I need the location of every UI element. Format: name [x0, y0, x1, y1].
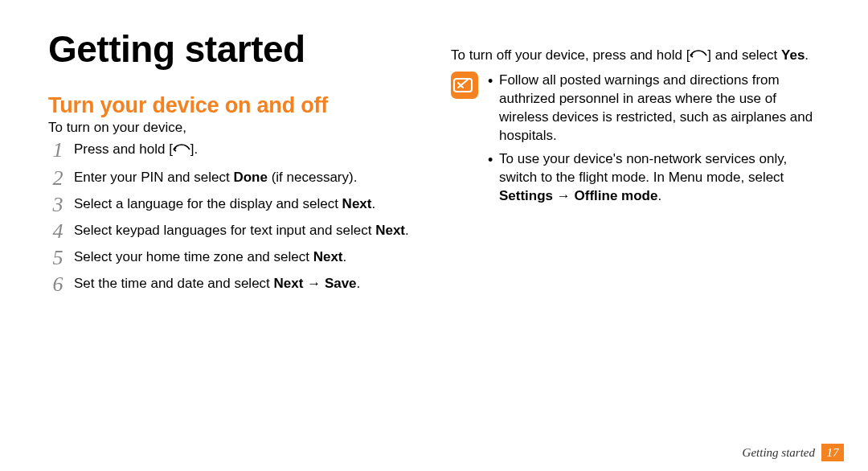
turn-off-text: To turn off your device, press and hold …: [451, 47, 826, 67]
note-list: Follow all posted warnings and direction…: [486, 72, 826, 211]
step-6: Set the time and date and select Next → …: [48, 275, 424, 293]
page-footer: Getting started 17: [743, 444, 844, 461]
note-item-1: Follow all posted warnings and direction…: [486, 72, 826, 145]
svg-rect-0: [451, 72, 478, 99]
step-text: Press and hold [: [74, 141, 173, 157]
arrow-icon: →: [303, 276, 324, 291]
manual-page: Getting started Turn your device on and …: [0, 0, 868, 471]
step-text-end: .: [357, 276, 361, 291]
step-text-end: ].: [190, 141, 198, 157]
bold-offline-mode: Offline mode: [575, 188, 658, 203]
step-text-end: .: [371, 196, 375, 211]
bold-yes: Yes: [781, 47, 805, 63]
note-icon: [451, 72, 478, 99]
note-box: Follow all posted warnings and direction…: [451, 72, 826, 211]
turnoff-pre: To turn off your device, press and hold …: [451, 47, 690, 63]
bold-next: Next: [274, 276, 304, 291]
right-column: To turn off your device, press and hold …: [451, 27, 826, 301]
page-title: Getting started: [48, 27, 424, 71]
step-text-end: .: [343, 249, 347, 264]
intro-text: To turn on your device,: [48, 120, 424, 136]
step-1: Press and hold [].: [48, 141, 424, 161]
bold-save: Save: [325, 276, 357, 291]
step-text: Set the time and date and select: [74, 276, 274, 291]
section-title: Turn your device on and off: [48, 93, 424, 118]
page-number: 17: [821, 444, 844, 461]
step-text: Select your home time zone and select: [74, 249, 313, 264]
two-column-layout: Getting started Turn your device on and …: [48, 27, 826, 301]
bold-next: Next: [375, 223, 405, 238]
footer-section: Getting started: [743, 446, 815, 460]
step-3: Select a language for the display and se…: [48, 195, 424, 214]
arrow-icon: →: [553, 188, 574, 203]
note2-a: To use your device's non-network service…: [499, 151, 787, 185]
step-5: Select your home time zone and select Ne…: [48, 248, 424, 267]
end-key-icon: [173, 142, 190, 161]
step-text: Select keypad languages for text input a…: [74, 223, 375, 238]
turnoff-end: .: [805, 47, 809, 63]
end-key-icon: [690, 48, 707, 67]
bold-settings: Settings: [499, 188, 553, 203]
left-column: Getting started Turn your device on and …: [48, 27, 424, 301]
bold-next: Next: [313, 249, 343, 264]
turnoff-post: ] and select: [707, 47, 781, 63]
note-item-2: To use your device's non-network service…: [486, 150, 826, 206]
bold-done: Done: [233, 170, 268, 185]
bold-next: Next: [342, 196, 372, 211]
step-text: Select a language for the display and se…: [74, 196, 342, 211]
step-text: Enter your PIN and select: [74, 170, 233, 185]
turn-on-steps: Press and hold []. Enter your PIN and se…: [48, 141, 424, 293]
step-4: Select keypad languages for text input a…: [48, 222, 424, 240]
step-text-end: .: [405, 223, 409, 238]
note2-d: .: [657, 188, 661, 203]
step-2: Enter your PIN and select Done (if neces…: [48, 169, 424, 187]
step-text-end: (if necessary).: [268, 170, 357, 185]
